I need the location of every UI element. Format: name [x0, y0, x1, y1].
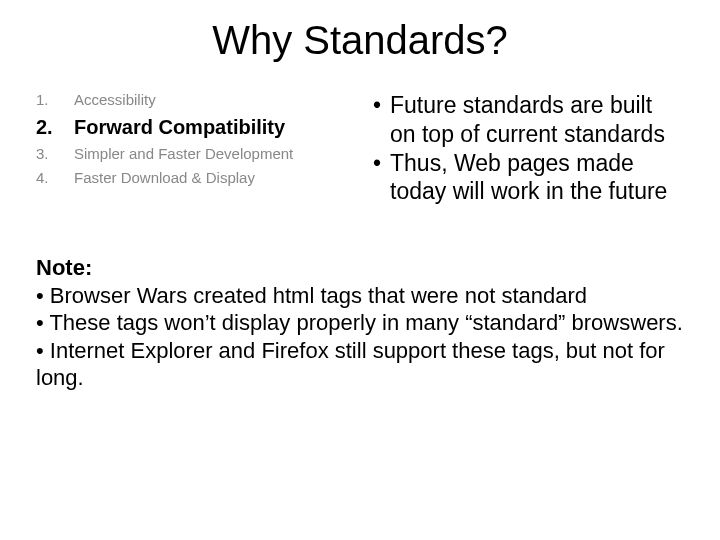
note-line: • Internet Explorer and Firefox still su… — [36, 337, 684, 392]
note-line: • Browser Wars created html tags that we… — [36, 282, 684, 310]
note-label: Note: — [36, 254, 684, 282]
note-block: Note: • Browser Wars created html tags t… — [36, 254, 684, 392]
slide: Why Standards? 1. Accessibility 2. Forwa… — [0, 0, 720, 540]
bullet-future-standards: Future standards are built on top of cur… — [390, 91, 684, 149]
bullet-dot-icon: • — [364, 149, 390, 207]
numbered-list: 1. Accessibility 2. Forward Compatibilit… — [36, 91, 336, 187]
list-number: 4. — [36, 169, 64, 187]
note-wont-display: These tags won’t display properly in man… — [49, 310, 682, 335]
slide-title: Why Standards? — [36, 18, 684, 63]
note-browser-wars: Browser Wars created html tags that were… — [50, 283, 587, 308]
bullet-dot-icon: • — [36, 338, 44, 363]
bullet-thus-web-pages: Thus, Web pages made today will work in … — [390, 149, 684, 207]
note-line: • These tags won’t display properly in m… — [36, 309, 684, 337]
bullet-row: • Thus, Web pages made today will work i… — [364, 149, 684, 207]
list-number: 3. — [36, 145, 64, 163]
bullet-dot-icon: • — [36, 283, 44, 308]
right-column: • Future standards are built on top of c… — [364, 91, 684, 206]
list-item-simpler-faster-dev: Simpler and Faster Development — [74, 145, 336, 163]
list-number: 1. — [36, 91, 64, 109]
columns: 1. Accessibility 2. Forward Compatibilit… — [36, 91, 684, 206]
list-item-faster-download: Faster Download & Display — [74, 169, 336, 187]
list-number: 2. — [36, 115, 64, 139]
bullet-dot-icon: • — [364, 91, 390, 149]
list-item-forward-compatibility: Forward Compatibility — [74, 115, 336, 139]
bullet-dot-icon: • — [36, 310, 44, 335]
note-ie-firefox: Internet Explorer and Firefox still supp… — [36, 338, 665, 391]
left-column: 1. Accessibility 2. Forward Compatibilit… — [36, 91, 336, 187]
list-item-accessibility: Accessibility — [74, 91, 336, 109]
bullet-row: • Future standards are built on top of c… — [364, 91, 684, 149]
